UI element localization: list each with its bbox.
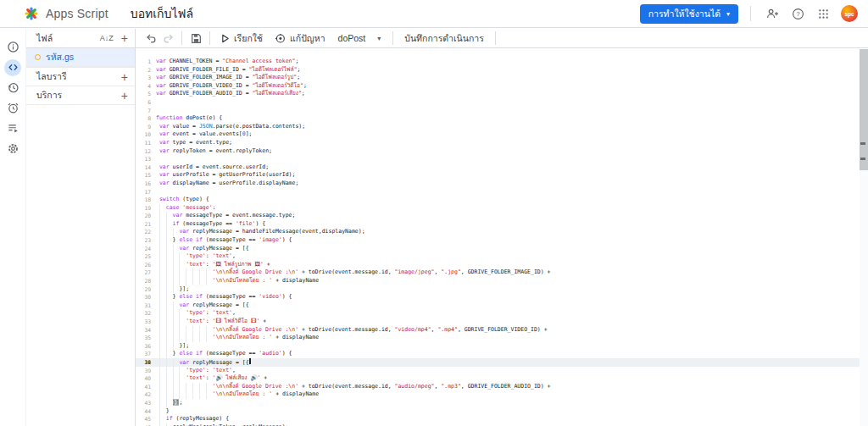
deploy-button[interactable]: การทำให้ใช้งานได้ ▾: [640, 4, 738, 24]
code-line[interactable]: 29 }];: [136, 285, 868, 294]
code-line[interactable]: 40 'text': '🔊 ไฟล์เสียง 🔊' +: [136, 374, 868, 383]
code-line[interactable]: 30 } else if (messageType == 'video') {: [136, 293, 868, 302]
code-line[interactable]: 6: [136, 98, 868, 107]
code-line[interactable]: 37 } else if (messageType == 'audio') {: [136, 350, 868, 358]
line-number: 13: [136, 155, 156, 163]
code-line[interactable]: 19 case 'message':: [136, 204, 868, 213]
code-line[interactable]: 41 '\n\nลิ้งค์ Google Drive :\n' + toDri…: [136, 383, 868, 391]
debug-button[interactable]: แก้ปัญหา: [269, 30, 331, 47]
services-label: บริการ: [36, 88, 114, 102]
editor-toolbar: เรียกใช้ แก้ปัญหา doPost ▾ บันทึกการดำเน…: [136, 29, 868, 48]
indent-guide: [192, 268, 193, 277]
code-line[interactable]: 43 }];: [136, 399, 868, 407]
code-line[interactable]: 13: [136, 155, 868, 163]
code-line[interactable]: 16 var displayName = userProfile.display…: [136, 180, 868, 188]
code-line[interactable]: 7: [136, 107, 868, 115]
help-button[interactable]: ?: [787, 3, 808, 24]
code-line[interactable]: 1var CHANNEL_TOKEN = "Channel access tok…: [136, 58, 868, 66]
line-number: 37: [136, 350, 156, 358]
code-line[interactable]: 34 '\n\nลิ้งค์ Google Drive :\n' + toDri…: [136, 326, 868, 335]
code-line[interactable]: 18 switch (type) {: [136, 196, 868, 204]
indent-guide: [159, 415, 160, 423]
apps-script-logo[interactable]: Apps Script: [24, 6, 108, 21]
code-line[interactable]: 22 var replyMessage = handleFileMessage(…: [136, 228, 868, 236]
indent-guide: [199, 268, 200, 277]
code-line[interactable]: 32 'type': 'text',: [136, 309, 868, 318]
code-line[interactable]: 3var GDRIVE_FOLDER_IMAGE_ID = "ไอดีโฟลเด…: [136, 74, 868, 82]
code-line[interactable]: 11 var type = event.type;: [136, 139, 868, 147]
code-line[interactable]: 39 'type': 'text',: [136, 367, 868, 375]
sidebar-item-overview[interactable]: [3, 37, 23, 57]
header-divider: [750, 6, 751, 21]
indent-guide: [159, 407, 160, 416]
project-title[interactable]: บอทเก็บไฟล์: [131, 4, 193, 23]
code-line[interactable]: 2var GDRIVE_FOLDER_FILE_ID = "ไอดีโฟลเดอ…: [136, 66, 868, 75]
code-line[interactable]: 26 'text': '🖼 ไฟล์รูปภาพ 🖼' +: [136, 261, 868, 269]
line-number: 1: [136, 58, 156, 66]
sidebar-item-executions[interactable]: [3, 119, 23, 138]
code-line[interactable]: 33 'text': '🎞 ไฟล์วิดีโอ 🎞' +: [136, 318, 868, 326]
run-button[interactable]: เรียกใช้: [215, 30, 269, 47]
code-line[interactable]: 36 }];: [136, 342, 868, 351]
code-line[interactable]: 20 var messageType = event.message.type;: [136, 212, 868, 220]
code-line[interactable]: 12 var replyToken = event.replyToken;: [136, 147, 868, 156]
indent-guide: [179, 390, 180, 399]
sidebar-item-editor[interactable]: [3, 58, 23, 77]
code-line[interactable]: 24 var replyMessage = [{: [136, 245, 868, 253]
indent-guide: [159, 399, 160, 407]
code-line[interactable]: 9 var value = JSON.parse(e.postData.cont…: [136, 123, 868, 131]
function-selector[interactable]: doPost ▾: [331, 33, 388, 43]
indent-guide: [159, 326, 160, 335]
code-editor[interactable]: 1var CHANNEL_TOKEN = "Channel access tok…: [136, 49, 868, 426]
indent-guide: [179, 252, 180, 261]
google-apps-button[interactable]: [813, 3, 833, 24]
indent-guide: [159, 245, 160, 253]
code-line[interactable]: 45 if (replyMessage) {: [136, 415, 868, 423]
undo-button[interactable]: [142, 30, 159, 46]
code-line[interactable]: 31 var replyMessage = [{: [136, 302, 868, 310]
indent-guide: [166, 212, 167, 220]
add-file-button[interactable]: +: [121, 32, 128, 44]
line-number: 4: [136, 82, 156, 91]
code-line[interactable]: 8function doPost(e) {: [136, 114, 868, 123]
add-service-button[interactable]: +: [121, 90, 128, 102]
code-line[interactable]: 14 var userId = event.source.userId;: [136, 163, 868, 172]
overview-ruler-mark: [860, 142, 865, 145]
indent-guide: [166, 228, 167, 236]
code-line[interactable]: 28 '\n\nอัปโหลดโดย : ' + displayName: [136, 277, 868, 285]
code-line[interactable]: 23 } else if (messageType == 'image') {: [136, 236, 868, 245]
sidebar-item-triggers[interactable]: [3, 98, 23, 118]
code-line[interactable]: 42 '\n\nอัปโหลดโดย : ' + displayName: [136, 390, 868, 399]
info-icon: [7, 41, 19, 53]
sidebar-item-settings[interactable]: [3, 139, 23, 158]
indent-guide: [206, 326, 207, 335]
file-item-code-gs[interactable]: รหัส.gs: [26, 48, 135, 66]
code-line[interactable]: 4var GDRIVE_FOLDER_VIDEO_ID = "ไอดีโฟลเด…: [136, 82, 868, 91]
share-person-add-button[interactable]: [762, 3, 782, 24]
redo-button[interactable]: [159, 30, 176, 46]
toolbar-divider: [495, 31, 496, 45]
indent-guide: [159, 309, 160, 318]
execution-log-button[interactable]: บันทึกการดำเนินการ: [398, 30, 490, 47]
line-number: 2: [136, 66, 156, 75]
save-button[interactable]: [187, 30, 204, 46]
indent-guide: [192, 334, 193, 342]
code-line[interactable]: 17: [136, 188, 868, 196]
code-line[interactable]: 35 '\n\nอัปโหลดโดย : ' + displayName: [136, 334, 868, 342]
account-avatar[interactable]: spc: [841, 5, 858, 22]
code-line[interactable]: 38 var replyMessage = [{: [136, 358, 868, 367]
code-line[interactable]: 15 var userProfile = getUserProfile(user…: [136, 171, 868, 180]
code-line[interactable]: 21 if (messageType == 'file') {: [136, 220, 868, 229]
code-line[interactable]: 5var GDRIVE_FOLDER_AUDIO_ID = "ไอดีโฟลเด…: [136, 90, 868, 98]
add-library-button[interactable]: +: [121, 71, 128, 83]
code-line[interactable]: 10 var event = value.events[0];: [136, 130, 868, 139]
sort-az-icon[interactable]: A↓Z: [100, 34, 114, 42]
indent-guide: [159, 228, 160, 236]
files-panel-title: ไฟล์: [36, 31, 93, 46]
scrollbar-thumb[interactable]: [860, 49, 868, 170]
sidebar-item-project-history[interactable]: [3, 78, 23, 97]
indent-guide: [166, 302, 167, 310]
code-line[interactable]: 27 '\n\nลิ้งค์ Google Drive :\n' + toDri…: [136, 268, 868, 277]
code-line[interactable]: 44 }: [136, 407, 868, 416]
code-line[interactable]: 25 'type': 'text',: [136, 252, 868, 261]
